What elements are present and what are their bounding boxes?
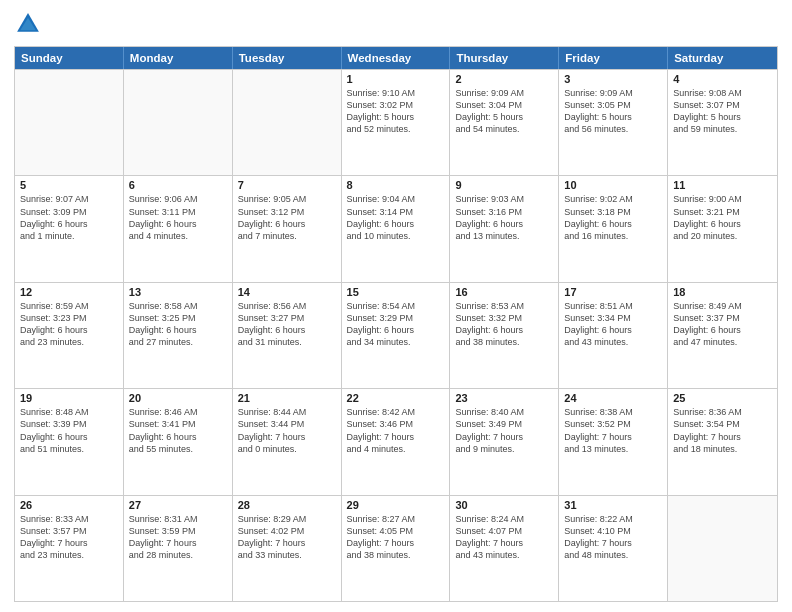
day-number: 26 xyxy=(20,499,118,511)
calendar-day-cell: 13Sunrise: 8:58 AM Sunset: 3:25 PM Dayli… xyxy=(124,283,233,388)
calendar-header: SundayMondayTuesdayWednesdayThursdayFrid… xyxy=(15,47,777,69)
calendar-row: 1Sunrise: 9:10 AM Sunset: 3:02 PM Daylig… xyxy=(15,69,777,175)
calendar-day-cell: 8Sunrise: 9:04 AM Sunset: 3:14 PM Daylig… xyxy=(342,176,451,281)
calendar-day-cell: 4Sunrise: 9:08 AM Sunset: 3:07 PM Daylig… xyxy=(668,70,777,175)
day-number: 17 xyxy=(564,286,662,298)
calendar-row: 5Sunrise: 9:07 AM Sunset: 3:09 PM Daylig… xyxy=(15,175,777,281)
calendar-row: 26Sunrise: 8:33 AM Sunset: 3:57 PM Dayli… xyxy=(15,495,777,601)
day-number: 8 xyxy=(347,179,445,191)
calendar-day-cell: 30Sunrise: 8:24 AM Sunset: 4:07 PM Dayli… xyxy=(450,496,559,601)
day-info: Sunrise: 8:24 AM Sunset: 4:07 PM Dayligh… xyxy=(455,513,553,562)
day-number: 11 xyxy=(673,179,772,191)
day-info: Sunrise: 8:48 AM Sunset: 3:39 PM Dayligh… xyxy=(20,406,118,455)
day-info: Sunrise: 9:00 AM Sunset: 3:21 PM Dayligh… xyxy=(673,193,772,242)
calendar-row: 19Sunrise: 8:48 AM Sunset: 3:39 PM Dayli… xyxy=(15,388,777,494)
day-number: 30 xyxy=(455,499,553,511)
day-info: Sunrise: 8:58 AM Sunset: 3:25 PM Dayligh… xyxy=(129,300,227,349)
day-info: Sunrise: 8:36 AM Sunset: 3:54 PM Dayligh… xyxy=(673,406,772,455)
calendar-day-cell: 28Sunrise: 8:29 AM Sunset: 4:02 PM Dayli… xyxy=(233,496,342,601)
day-number: 28 xyxy=(238,499,336,511)
day-info: Sunrise: 8:51 AM Sunset: 3:34 PM Dayligh… xyxy=(564,300,662,349)
weekday-header: Thursday xyxy=(450,47,559,69)
day-info: Sunrise: 8:42 AM Sunset: 3:46 PM Dayligh… xyxy=(347,406,445,455)
day-info: Sunrise: 9:10 AM Sunset: 3:02 PM Dayligh… xyxy=(347,87,445,136)
day-info: Sunrise: 8:53 AM Sunset: 3:32 PM Dayligh… xyxy=(455,300,553,349)
calendar-day-cell: 2Sunrise: 9:09 AM Sunset: 3:04 PM Daylig… xyxy=(450,70,559,175)
empty-day-cell xyxy=(233,70,342,175)
calendar-day-cell: 26Sunrise: 8:33 AM Sunset: 3:57 PM Dayli… xyxy=(15,496,124,601)
calendar-day-cell: 23Sunrise: 8:40 AM Sunset: 3:49 PM Dayli… xyxy=(450,389,559,494)
day-number: 2 xyxy=(455,73,553,85)
calendar-day-cell: 19Sunrise: 8:48 AM Sunset: 3:39 PM Dayli… xyxy=(15,389,124,494)
day-number: 10 xyxy=(564,179,662,191)
day-number: 1 xyxy=(347,73,445,85)
day-info: Sunrise: 9:04 AM Sunset: 3:14 PM Dayligh… xyxy=(347,193,445,242)
calendar-day-cell: 21Sunrise: 8:44 AM Sunset: 3:44 PM Dayli… xyxy=(233,389,342,494)
day-number: 13 xyxy=(129,286,227,298)
calendar-day-cell: 12Sunrise: 8:59 AM Sunset: 3:23 PM Dayli… xyxy=(15,283,124,388)
day-info: Sunrise: 8:29 AM Sunset: 4:02 PM Dayligh… xyxy=(238,513,336,562)
calendar-day-cell: 11Sunrise: 9:00 AM Sunset: 3:21 PM Dayli… xyxy=(668,176,777,281)
calendar-day-cell: 6Sunrise: 9:06 AM Sunset: 3:11 PM Daylig… xyxy=(124,176,233,281)
calendar: SundayMondayTuesdayWednesdayThursdayFrid… xyxy=(14,46,778,602)
weekday-header: Sunday xyxy=(15,47,124,69)
day-number: 6 xyxy=(129,179,227,191)
calendar-day-cell: 27Sunrise: 8:31 AM Sunset: 3:59 PM Dayli… xyxy=(124,496,233,601)
day-info: Sunrise: 8:56 AM Sunset: 3:27 PM Dayligh… xyxy=(238,300,336,349)
calendar-day-cell: 25Sunrise: 8:36 AM Sunset: 3:54 PM Dayli… xyxy=(668,389,777,494)
day-info: Sunrise: 8:59 AM Sunset: 3:23 PM Dayligh… xyxy=(20,300,118,349)
day-number: 16 xyxy=(455,286,553,298)
day-info: Sunrise: 8:44 AM Sunset: 3:44 PM Dayligh… xyxy=(238,406,336,455)
day-info: Sunrise: 8:54 AM Sunset: 3:29 PM Dayligh… xyxy=(347,300,445,349)
logo-icon xyxy=(14,10,42,38)
calendar-day-cell: 18Sunrise: 8:49 AM Sunset: 3:37 PM Dayli… xyxy=(668,283,777,388)
day-info: Sunrise: 8:49 AM Sunset: 3:37 PM Dayligh… xyxy=(673,300,772,349)
day-number: 22 xyxy=(347,392,445,404)
calendar-day-cell: 31Sunrise: 8:22 AM Sunset: 4:10 PM Dayli… xyxy=(559,496,668,601)
day-number: 25 xyxy=(673,392,772,404)
day-info: Sunrise: 8:31 AM Sunset: 3:59 PM Dayligh… xyxy=(129,513,227,562)
empty-day-cell xyxy=(124,70,233,175)
day-info: Sunrise: 9:09 AM Sunset: 3:04 PM Dayligh… xyxy=(455,87,553,136)
day-info: Sunrise: 9:07 AM Sunset: 3:09 PM Dayligh… xyxy=(20,193,118,242)
empty-day-cell xyxy=(15,70,124,175)
calendar-day-cell: 22Sunrise: 8:42 AM Sunset: 3:46 PM Dayli… xyxy=(342,389,451,494)
calendar-row: 12Sunrise: 8:59 AM Sunset: 3:23 PM Dayli… xyxy=(15,282,777,388)
weekday-header: Wednesday xyxy=(342,47,451,69)
day-number: 23 xyxy=(455,392,553,404)
calendar-day-cell: 16Sunrise: 8:53 AM Sunset: 3:32 PM Dayli… xyxy=(450,283,559,388)
day-number: 14 xyxy=(238,286,336,298)
day-number: 18 xyxy=(673,286,772,298)
day-info: Sunrise: 9:02 AM Sunset: 3:18 PM Dayligh… xyxy=(564,193,662,242)
weekday-header: Saturday xyxy=(668,47,777,69)
calendar-day-cell: 1Sunrise: 9:10 AM Sunset: 3:02 PM Daylig… xyxy=(342,70,451,175)
day-info: Sunrise: 8:46 AM Sunset: 3:41 PM Dayligh… xyxy=(129,406,227,455)
day-info: Sunrise: 8:38 AM Sunset: 3:52 PM Dayligh… xyxy=(564,406,662,455)
day-info: Sunrise: 9:06 AM Sunset: 3:11 PM Dayligh… xyxy=(129,193,227,242)
day-number: 4 xyxy=(673,73,772,85)
calendar-body: 1Sunrise: 9:10 AM Sunset: 3:02 PM Daylig… xyxy=(15,69,777,601)
calendar-day-cell: 24Sunrise: 8:38 AM Sunset: 3:52 PM Dayli… xyxy=(559,389,668,494)
weekday-header: Tuesday xyxy=(233,47,342,69)
calendar-day-cell: 3Sunrise: 9:09 AM Sunset: 3:05 PM Daylig… xyxy=(559,70,668,175)
calendar-day-cell: 15Sunrise: 8:54 AM Sunset: 3:29 PM Dayli… xyxy=(342,283,451,388)
day-number: 19 xyxy=(20,392,118,404)
day-info: Sunrise: 8:27 AM Sunset: 4:05 PM Dayligh… xyxy=(347,513,445,562)
calendar-day-cell: 17Sunrise: 8:51 AM Sunset: 3:34 PM Dayli… xyxy=(559,283,668,388)
day-number: 27 xyxy=(129,499,227,511)
day-info: Sunrise: 9:09 AM Sunset: 3:05 PM Dayligh… xyxy=(564,87,662,136)
day-number: 12 xyxy=(20,286,118,298)
calendar-day-cell: 9Sunrise: 9:03 AM Sunset: 3:16 PM Daylig… xyxy=(450,176,559,281)
day-number: 21 xyxy=(238,392,336,404)
calendar-day-cell: 29Sunrise: 8:27 AM Sunset: 4:05 PM Dayli… xyxy=(342,496,451,601)
day-number: 5 xyxy=(20,179,118,191)
day-info: Sunrise: 8:22 AM Sunset: 4:10 PM Dayligh… xyxy=(564,513,662,562)
day-info: Sunrise: 9:05 AM Sunset: 3:12 PM Dayligh… xyxy=(238,193,336,242)
day-info: Sunrise: 9:03 AM Sunset: 3:16 PM Dayligh… xyxy=(455,193,553,242)
calendar-day-cell: 20Sunrise: 8:46 AM Sunset: 3:41 PM Dayli… xyxy=(124,389,233,494)
day-number: 7 xyxy=(238,179,336,191)
day-number: 31 xyxy=(564,499,662,511)
logo xyxy=(14,10,46,38)
day-number: 3 xyxy=(564,73,662,85)
calendar-day-cell: 10Sunrise: 9:02 AM Sunset: 3:18 PM Dayli… xyxy=(559,176,668,281)
